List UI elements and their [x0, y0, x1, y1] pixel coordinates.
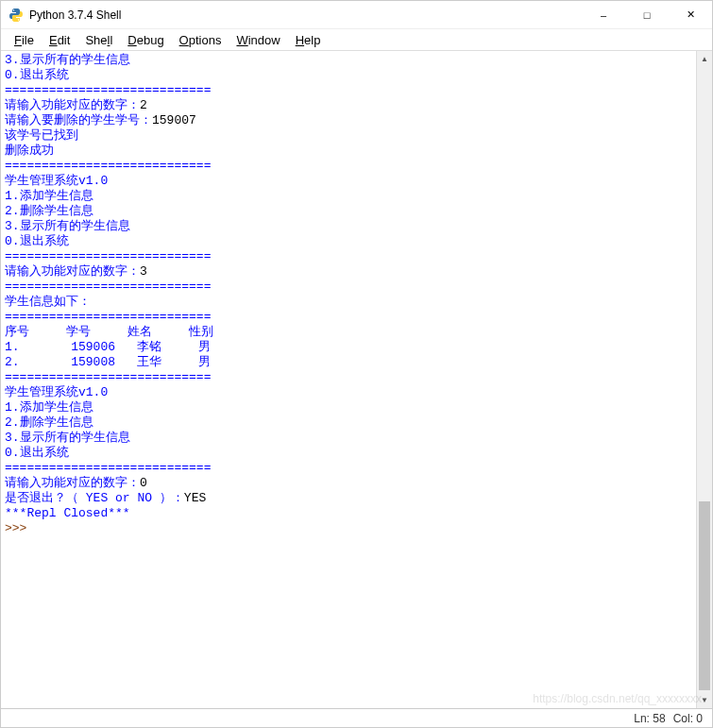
content-area: 3.显示所有的学生信息0.退出系统=======================…: [1, 50, 712, 708]
menu-file[interactable]: File: [7, 31, 42, 49]
menu-help[interactable]: Help: [288, 31, 329, 49]
menu-options[interactable]: Options: [172, 31, 229, 49]
maximize-button[interactable]: □: [625, 1, 669, 28]
svg-point-1: [18, 19, 19, 20]
svg-point-0: [13, 9, 14, 10]
status-col: Col: 0: [673, 712, 703, 725]
scroll-up-button[interactable]: ▲: [697, 51, 712, 67]
minimize-button[interactable]: –: [582, 1, 625, 28]
menu-edit[interactable]: Edit: [42, 31, 77, 49]
window-controls: – □ ✕: [582, 1, 712, 28]
app-icon: [8, 8, 24, 23]
scroll-thumb[interactable]: [699, 501, 710, 690]
titlebar: Python 3.7.4 Shell – □ ✕: [1, 1, 712, 29]
vertical-scrollbar[interactable]: ▲ ▼: [696, 51, 712, 708]
scroll-down-button[interactable]: ▼: [697, 692, 712, 708]
menu-shell[interactable]: Shell: [77, 31, 120, 49]
menu-debug[interactable]: Debug: [120, 31, 171, 49]
window-title: Python 3.7.4 Shell: [29, 8, 582, 22]
statusbar: Ln: 58 Col: 0: [1, 708, 712, 727]
shell-output[interactable]: 3.显示所有的学生信息0.退出系统=======================…: [1, 51, 696, 708]
close-button[interactable]: ✕: [669, 1, 712, 28]
scroll-track[interactable]: [697, 67, 712, 692]
menubar: File Edit Shell Debug Options Window Hel…: [1, 29, 712, 50]
menu-window[interactable]: Window: [229, 31, 287, 49]
status-line: Ln: 58: [634, 712, 665, 725]
